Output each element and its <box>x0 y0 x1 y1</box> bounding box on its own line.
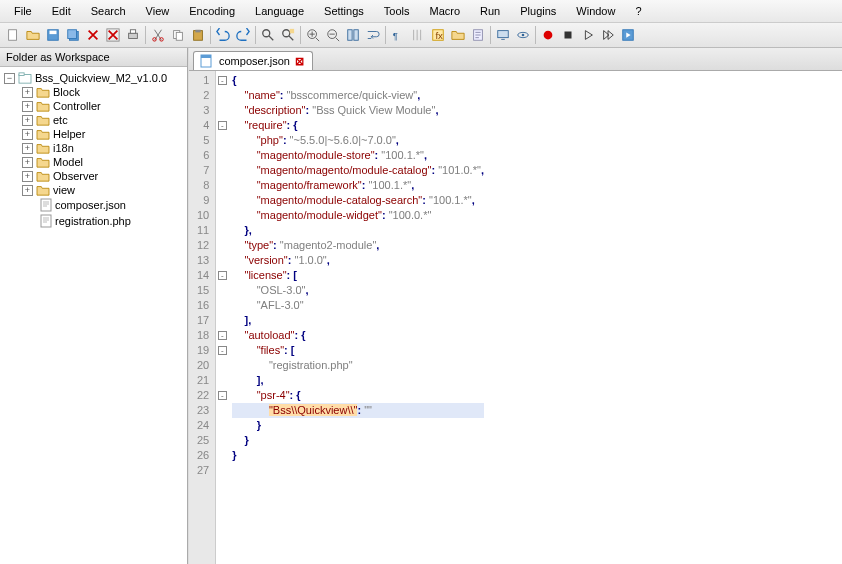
save-icon[interactable] <box>44 26 62 44</box>
tree-root[interactable]: − Bss_Quickview_M2_v1.0.0 <box>2 71 185 85</box>
menu-macro[interactable]: Macro <box>419 2 470 20</box>
svg-rect-34 <box>41 215 51 227</box>
print-icon[interactable] <box>124 26 142 44</box>
menu-help[interactable]: ? <box>625 2 651 20</box>
svg-rect-11 <box>176 32 182 40</box>
close-all-icon[interactable] <box>104 26 122 44</box>
replace-icon[interactable] <box>279 26 297 44</box>
tree-folder-i18n[interactable]: +i18n <box>2 141 185 155</box>
tree-folder-helper[interactable]: +Helper <box>2 127 185 141</box>
sync-scroll-icon[interactable] <box>344 26 362 44</box>
svg-rect-6 <box>129 33 138 38</box>
svg-rect-7 <box>130 30 135 34</box>
menu-run[interactable]: Run <box>470 2 510 20</box>
zoom-in-icon[interactable] <box>304 26 322 44</box>
file-icon <box>40 214 52 228</box>
svg-rect-16 <box>290 29 294 33</box>
code-editor[interactable]: 1234567891011121314151617181920212223242… <box>189 71 842 564</box>
tree-file-composer[interactable]: composer.json <box>2 197 185 213</box>
menu-encoding[interactable]: Encoding <box>179 2 245 20</box>
tree-folder-etc[interactable]: +etc <box>2 113 185 127</box>
save-all-icon[interactable] <box>64 26 82 44</box>
tab-composer[interactable]: composer.json ⊠ <box>193 51 313 70</box>
menu-settings[interactable]: Settings <box>314 2 374 20</box>
menu-window[interactable]: Window <box>566 2 625 20</box>
monitor-icon[interactable] <box>494 26 512 44</box>
expand-icon[interactable]: + <box>22 157 33 168</box>
fold-icon[interactable]: - <box>218 346 227 355</box>
new-file-icon[interactable] <box>4 26 22 44</box>
fold-icon[interactable]: - <box>218 331 227 340</box>
expand-icon[interactable]: + <box>22 129 33 140</box>
folder-icon <box>36 184 50 196</box>
show-chars-icon[interactable]: ¶ <box>389 26 407 44</box>
svg-rect-4 <box>68 30 77 39</box>
project-icon <box>18 72 32 84</box>
fold-icon[interactable]: - <box>218 271 227 280</box>
tabstrip: composer.json ⊠ <box>189 48 842 71</box>
play-multi-icon[interactable] <box>599 26 617 44</box>
tree-folder-block[interactable]: +Block <box>2 85 185 99</box>
svg-rect-25 <box>498 31 509 38</box>
panel-title: Folder as Workspace <box>0 48 187 67</box>
copy-icon[interactable] <box>169 26 187 44</box>
expand-icon[interactable]: + <box>22 87 33 98</box>
function-list-icon[interactable]: fx <box>429 26 447 44</box>
menu-edit[interactable]: Edit <box>42 2 81 20</box>
svg-text:¶: ¶ <box>393 30 398 41</box>
record-macro-icon[interactable] <box>539 26 557 44</box>
close-icon[interactable] <box>84 26 102 44</box>
folder-icon <box>36 170 50 182</box>
menu-file[interactable]: File <box>4 2 42 20</box>
open-file-icon[interactable] <box>24 26 42 44</box>
expand-icon[interactable]: + <box>22 143 33 154</box>
fold-column: - - - - - - <box>216 71 228 564</box>
menu-language[interactable]: Language <box>245 2 314 20</box>
collapse-icon[interactable]: − <box>4 73 15 84</box>
svg-text:fx: fx <box>435 30 443 41</box>
doc-map-icon[interactable] <box>469 26 487 44</box>
cut-icon[interactable] <box>149 26 167 44</box>
menu-plugins[interactable]: Plugins <box>510 2 566 20</box>
svg-rect-20 <box>354 30 358 41</box>
menu-search[interactable]: Search <box>81 2 136 20</box>
fold-icon[interactable]: - <box>218 391 227 400</box>
menu-tools[interactable]: Tools <box>374 2 420 20</box>
expand-icon[interactable]: + <box>22 185 33 196</box>
fold-icon[interactable]: - <box>218 121 227 130</box>
folder-icon <box>36 142 50 154</box>
folder-workspace-icon[interactable] <box>449 26 467 44</box>
tree-folder-observer[interactable]: +Observer <box>2 169 185 183</box>
find-icon[interactable] <box>259 26 277 44</box>
paste-icon[interactable] <box>189 26 207 44</box>
indent-guide-icon[interactable] <box>409 26 427 44</box>
tree-folder-controller[interactable]: +Controller <box>2 99 185 113</box>
tree-file-registration[interactable]: registration.php <box>2 213 185 229</box>
folder-icon <box>36 86 50 98</box>
svg-rect-13 <box>195 30 200 33</box>
svg-point-15 <box>283 30 290 37</box>
svg-point-28 <box>544 31 553 40</box>
wrap-icon[interactable] <box>364 26 382 44</box>
play-macro-icon[interactable] <box>579 26 597 44</box>
tab-close-icon[interactable]: ⊠ <box>294 55 306 67</box>
tree-folder-view[interactable]: +view <box>2 183 185 197</box>
expand-icon[interactable]: + <box>22 171 33 182</box>
stop-macro-icon[interactable] <box>559 26 577 44</box>
menu-view[interactable]: View <box>136 2 180 20</box>
tab-label: composer.json <box>219 55 290 67</box>
tree-folder-model[interactable]: +Model <box>2 155 185 169</box>
zoom-out-icon[interactable] <box>324 26 342 44</box>
show-eye-icon[interactable] <box>514 26 532 44</box>
svg-rect-0 <box>9 30 17 41</box>
sidebar: Folder as Workspace − Bss_Quickview_M2_v… <box>0 48 188 564</box>
undo-icon[interactable] <box>214 26 232 44</box>
svg-rect-29 <box>565 32 572 39</box>
fold-icon[interactable]: - <box>218 76 227 85</box>
expand-icon[interactable]: + <box>22 115 33 126</box>
code-content[interactable]: { "name": "bsscommerce/quick-view", "des… <box>228 71 488 564</box>
svg-point-14 <box>263 30 270 37</box>
expand-icon[interactable]: + <box>22 101 33 112</box>
save-macro-icon[interactable] <box>619 26 637 44</box>
redo-icon[interactable] <box>234 26 252 44</box>
